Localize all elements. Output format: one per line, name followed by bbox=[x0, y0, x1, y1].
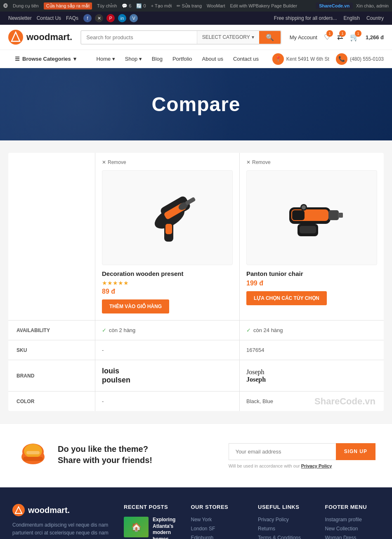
newsletter-link[interactable]: Newsletter bbox=[8, 15, 32, 21]
main-content: ✕ Remove bbox=[0, 140, 392, 423]
linkedin-icon[interactable]: in bbox=[118, 14, 126, 22]
wishlist-icon[interactable]: ♡ 1 bbox=[324, 33, 331, 42]
nav-contact[interactable]: Contact us bbox=[233, 50, 259, 68]
helmet-icon bbox=[17, 436, 50, 475]
brand-row: BRAND louispoulsen JosephJoseph bbox=[8, 360, 384, 391]
color-label: COLOR bbox=[8, 392, 95, 411]
color-value-1: - bbox=[95, 392, 239, 411]
select-options-2-button[interactable]: LỰA CHỌN CÁC TÙY CHỌN bbox=[246, 291, 327, 305]
comments-count[interactable]: 💬 6 bbox=[122, 3, 131, 9]
label-col-empty bbox=[8, 153, 95, 320]
svg-rect-8 bbox=[185, 197, 196, 206]
add-to-cart-1-button[interactable]: THÊM VÀO GIỎ HÀNG bbox=[102, 299, 169, 313]
nav-location: 📍 Kent 5491 W 6th St bbox=[272, 53, 329, 65]
recent-posts-title: RECENT POSTS bbox=[124, 504, 179, 510]
privacy-policy-link[interactable]: Privacy Policy bbox=[301, 463, 332, 468]
email-input[interactable] bbox=[229, 443, 336, 460]
sku-value-1: - bbox=[95, 340, 239, 360]
avail-text-2: còn 24 hàng bbox=[253, 327, 283, 333]
compare-badge: 1 bbox=[339, 30, 346, 37]
store-status: Cửa hàng sắp ra mắt bbox=[44, 2, 92, 9]
nav-about[interactable]: About us bbox=[202, 50, 223, 68]
language-selector[interactable]: English bbox=[344, 15, 360, 21]
remove-product-2-button[interactable]: ✕ Remove bbox=[246, 159, 271, 165]
phone-icon: 📞 bbox=[336, 53, 347, 65]
faqs-link[interactable]: FAQs bbox=[66, 15, 78, 21]
newsletter-heading2: Share with your friends! bbox=[58, 456, 152, 465]
logo[interactable]: woodmart. bbox=[8, 30, 72, 45]
store-edinburgh[interactable]: Edinburgh bbox=[191, 535, 246, 539]
footer-logo-text: woodmart. bbox=[28, 506, 70, 515]
sku-value-2: 167654 bbox=[239, 340, 384, 360]
store-new-york[interactable]: New York bbox=[191, 517, 246, 522]
useful-title: USEFUL LINKS bbox=[258, 504, 313, 510]
builder-link[interactable]: Edit with WPBakery Page Builder bbox=[230, 3, 298, 8]
nav-home[interactable]: Home ▾ bbox=[97, 50, 115, 68]
chevron-down-icon: ▾ bbox=[73, 56, 76, 62]
search-input[interactable] bbox=[81, 31, 196, 44]
vk-icon[interactable]: V bbox=[130, 14, 138, 22]
category-dropdown[interactable]: SELECT CATEGORY ▾ bbox=[197, 31, 259, 44]
new-link[interactable]: + Tạo mới bbox=[151, 3, 172, 9]
link-returns[interactable]: Returns bbox=[258, 526, 313, 532]
country-selector[interactable]: Country bbox=[366, 15, 384, 21]
signup-button[interactable]: SIGN UP bbox=[336, 443, 375, 460]
plugin-link[interactable]: WooMart bbox=[207, 3, 225, 8]
cart-icon[interactable]: 🛒 1 bbox=[350, 33, 359, 42]
browse-categories-btn[interactable]: ☰ Browse Categories ▾ bbox=[8, 51, 83, 67]
newsletter-heading1: Do you like the theme? bbox=[58, 444, 152, 454]
logo-icon bbox=[8, 30, 23, 45]
product-name-1: Decoration wooden present bbox=[102, 270, 233, 277]
store-london[interactable]: London SF bbox=[191, 526, 246, 532]
product-col-2: ✕ Remove bbox=[239, 153, 384, 320]
svg-rect-14 bbox=[328, 210, 339, 220]
twitter-icon[interactable]: ✕ bbox=[95, 14, 103, 22]
newsletter-text: Do you like the theme? Share with your f… bbox=[58, 444, 152, 467]
post-title-1[interactable]: Exploring Atlanta's modern homes bbox=[153, 517, 179, 539]
link-terms[interactable]: Terms & Conditions bbox=[258, 535, 313, 539]
edit-link[interactable]: ✏ Sửa trang bbox=[177, 3, 202, 9]
wishlist-badge: 1 bbox=[326, 30, 333, 37]
link-privacy[interactable]: Privacy Policy bbox=[258, 517, 313, 522]
availability-label: AVAILABILITY bbox=[8, 321, 95, 340]
nav-shop[interactable]: Shop ▾ bbox=[125, 50, 142, 68]
svg-marker-23 bbox=[15, 507, 22, 513]
flink-new-collection[interactable]: New Collection bbox=[325, 526, 380, 532]
social-icons: f ✕ P in V bbox=[83, 14, 138, 22]
compare-products-row: ✕ Remove bbox=[8, 153, 384, 320]
pinterest-icon[interactable]: P bbox=[106, 14, 115, 22]
nav-blog[interactable]: Blog bbox=[152, 50, 163, 68]
contact-us-top-link[interactable]: Contact Us bbox=[37, 15, 61, 21]
louis-poulsen-logo: louispoulsen bbox=[102, 367, 130, 385]
footer-logo-svg bbox=[14, 506, 23, 514]
check-icon-2: ✓ bbox=[246, 327, 251, 333]
remove-product-1-button[interactable]: ✕ Remove bbox=[102, 159, 126, 165]
brand-label: BRAND bbox=[8, 360, 95, 391]
footer-brand-col: woodmart. Condimentum adipiscing vel neq… bbox=[12, 504, 111, 539]
footer-logo-icon bbox=[12, 504, 25, 516]
drill2-svg bbox=[279, 176, 345, 259]
privacy-text: Will be used in accordance with our bbox=[229, 463, 300, 468]
flink-woman-dress[interactable]: Woman Dress bbox=[325, 535, 380, 539]
joseph-joseph-logo: JosephJoseph bbox=[246, 368, 266, 383]
my-account-link[interactable]: My Account bbox=[290, 34, 317, 40]
customize-link[interactable]: Tùy chỉnh bbox=[97, 3, 117, 9]
svg-rect-21 bbox=[23, 457, 43, 461]
svg-rect-13 bbox=[300, 226, 316, 233]
footer-useful-col: USEFUL LINKS Privacy Policy Returns Term… bbox=[258, 504, 313, 539]
availability-row: AVAILABILITY ✓ còn 2 hàng ✓ còn 24 hàng bbox=[8, 320, 384, 340]
nav-bar: ☰ Browse Categories ▾ Home ▾ Shop ▾ Blog… bbox=[0, 50, 392, 68]
updates-count[interactable]: 🔄 0 bbox=[136, 3, 146, 9]
nav-right: 📍 Kent 5491 W 6th St 📞 (480) 555-0103 bbox=[272, 53, 384, 65]
remove-label-2: Remove bbox=[252, 159, 271, 165]
nav-portfolio[interactable]: Portfolio bbox=[172, 50, 192, 68]
footer-post-1: 🏠 Exploring Atlanta's modern homes 23 Th… bbox=[124, 517, 179, 539]
search-button[interactable]: 🔍 bbox=[259, 31, 281, 44]
location-icon: 📍 bbox=[272, 53, 284, 65]
facebook-icon[interactable]: f bbox=[83, 14, 92, 22]
compare-icon[interactable]: ⇄ 1 bbox=[337, 33, 343, 42]
flink-instagram[interactable]: Instagram profile bbox=[325, 517, 380, 522]
header-right: My Account ♡ 1 ⇄ 1 🛒 1 1,266 đ bbox=[290, 33, 384, 42]
header: woodmart. SELECT CATEGORY ▾ 🔍 My Account… bbox=[0, 25, 392, 50]
admin-bar: 🅦 Dung cụ tiên Cửa hàng sắp ra mắt Tùy c… bbox=[0, 0, 392, 12]
